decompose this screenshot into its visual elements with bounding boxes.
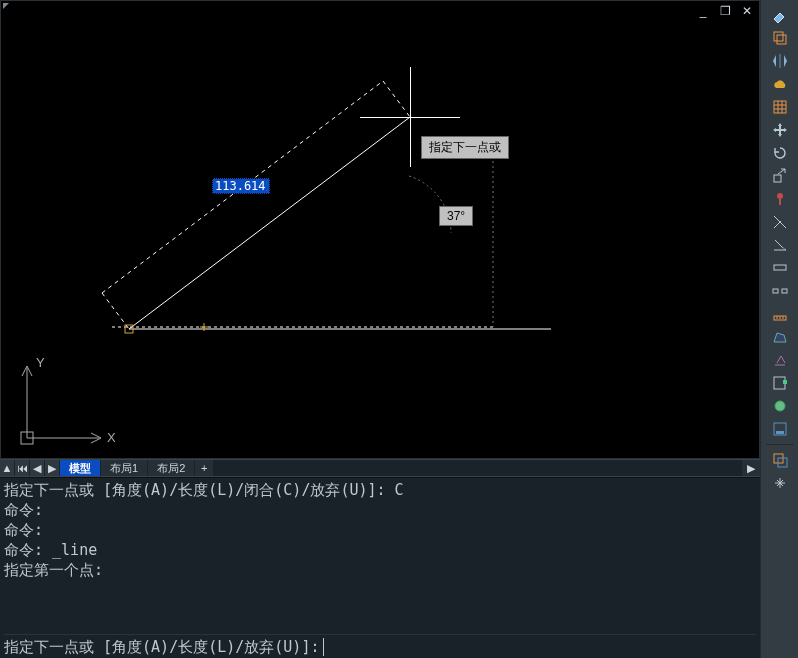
- svg-line-1: [129, 117, 410, 329]
- tab-layout2[interactable]: 布局2: [148, 460, 195, 476]
- cmd-history-line: 指定下一点或 [角度(A)/长度(L)/闭合(C)/放弃(U)]: C: [4, 480, 756, 500]
- toolbar-separator: [766, 444, 794, 445]
- bound-icon[interactable]: [769, 372, 791, 394]
- scale-icon[interactable]: [769, 165, 791, 187]
- svg-rect-31: [774, 265, 786, 270]
- overlap-icon[interactable]: [769, 449, 791, 471]
- extend-icon[interactable]: [769, 234, 791, 256]
- right-toolbar: [760, 0, 798, 658]
- svg-rect-18: [774, 101, 786, 113]
- move-icon[interactable]: [769, 119, 791, 141]
- crosshair-horizontal: [360, 117, 460, 118]
- area-icon[interactable]: [769, 326, 791, 348]
- tab-nav-prev[interactable]: ◀: [30, 460, 45, 476]
- circle-icon[interactable]: [769, 395, 791, 417]
- window-controls: _ ❐ ✕: [695, 3, 755, 19]
- fit-icon[interactable]: [769, 349, 791, 371]
- svg-line-3: [102, 293, 129, 329]
- maximize-button[interactable]: ❐: [717, 3, 733, 19]
- hatch-icon[interactable]: [769, 96, 791, 118]
- svg-rect-23: [774, 175, 781, 182]
- tab-nav-prev-all[interactable]: ⏮: [15, 460, 30, 476]
- minimize-button[interactable]: _: [695, 3, 711, 19]
- svg-line-4: [383, 81, 410, 117]
- svg-rect-32: [773, 289, 778, 293]
- dynamic-prompt-tooltip: 指定下一点或: [421, 136, 509, 159]
- tab-nav-first[interactable]: ▲: [0, 460, 15, 476]
- angle-tooltip: 37°: [439, 206, 473, 226]
- command-input-row: 指定下一点或 [角度(A)/长度(L)/放弃(U)]:: [4, 634, 756, 656]
- length-input[interactable]: [212, 178, 270, 194]
- command-input[interactable]: [323, 638, 756, 656]
- tab-nav-next[interactable]: ▶: [45, 460, 60, 476]
- tab-model[interactable]: 模型: [60, 460, 101, 476]
- drawing-svg: [1, 1, 761, 460]
- tab-layout1[interactable]: 布局1: [101, 460, 148, 476]
- svg-line-29: [775, 240, 782, 247]
- mirror-icon[interactable]: [769, 50, 791, 72]
- svg-rect-33: [782, 289, 787, 293]
- svg-rect-15: [774, 32, 783, 41]
- measure-icon[interactable]: [769, 303, 791, 325]
- tab-add-button[interactable]: +: [195, 460, 213, 476]
- pan-icon[interactable]: [769, 472, 791, 494]
- tab-scroll-right[interactable]: ▶: [742, 460, 760, 476]
- svg-line-27: [774, 221, 781, 228]
- cmd-history-line: 命令: _line: [4, 540, 756, 560]
- ucs-icon: Y X: [15, 350, 115, 450]
- cloud-icon[interactable]: [769, 73, 791, 95]
- eraser-icon[interactable]: [769, 4, 791, 26]
- cmd-history-line: 指定第一个点:: [4, 560, 756, 580]
- trim-icon[interactable]: [769, 211, 791, 233]
- command-window[interactable]: 指定下一点或 [角度(A)/长度(L)/闭合(C)/放弃(U)]: C 命令: …: [0, 477, 760, 658]
- svg-rect-25: [779, 199, 781, 205]
- svg-rect-16: [777, 35, 786, 44]
- drawer-icon[interactable]: [769, 418, 791, 440]
- rotate-icon[interactable]: [769, 142, 791, 164]
- svg-point-40: [775, 401, 785, 411]
- close-button[interactable]: ✕: [739, 3, 755, 19]
- svg-text:X: X: [107, 430, 115, 445]
- copy-icon[interactable]: [769, 27, 791, 49]
- marker-icon[interactable]: [769, 188, 791, 210]
- drawing-canvas[interactable]: _ ❐ ✕: [0, 0, 760, 459]
- mline-icon[interactable]: [769, 257, 791, 279]
- command-prompt-label: 指定下一点或 [角度(A)/长度(L)/放弃(U)]:: [4, 637, 319, 657]
- cmd-history-line: 命令:: [4, 520, 756, 540]
- svg-rect-42: [776, 431, 784, 434]
- cmd-history-line: 命令:: [4, 500, 756, 520]
- svg-point-24: [777, 193, 783, 199]
- layout-tab-bar: ▲ ⏮ ◀ ▶ 模型 布局1 布局2 + ▶: [0, 459, 760, 477]
- break-icon[interactable]: [769, 280, 791, 302]
- svg-text:Y: Y: [36, 355, 45, 370]
- svg-rect-39: [783, 380, 787, 384]
